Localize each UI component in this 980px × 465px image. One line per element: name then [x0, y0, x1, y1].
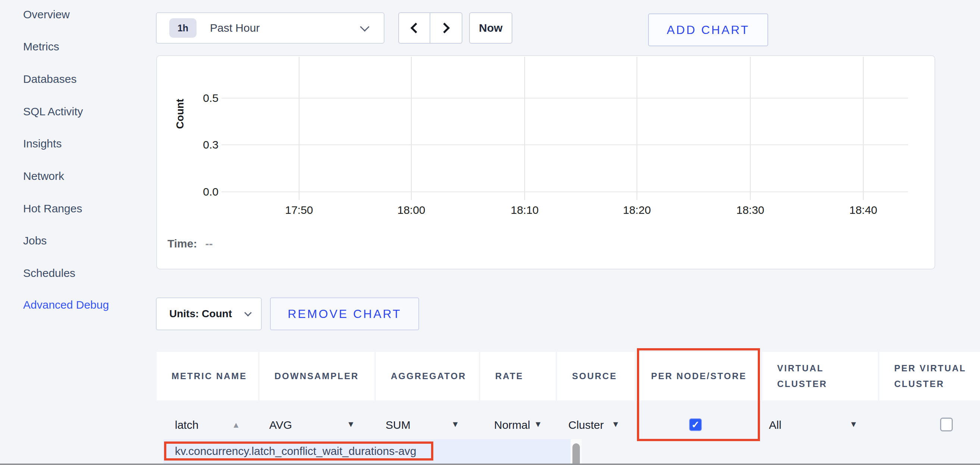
time-readout-value: --	[205, 237, 213, 250]
y-axis-tick: 0.0	[179, 184, 218, 200]
sidebar-item-overview[interactable]: Overview	[23, 6, 135, 23]
chevron-down-icon	[244, 309, 252, 316]
sidebar-item-jobs[interactable]: Jobs	[23, 232, 135, 249]
annotation-box-per-node-store	[637, 348, 760, 441]
sidebar-item-hot-ranges[interactable]: Hot Ranges	[23, 200, 135, 217]
time-readout-label: Time:	[167, 237, 197, 250]
header-source: SOURCE	[557, 352, 635, 400]
add-chart-button[interactable]: ADD CHART	[648, 13, 768, 46]
downsampler-select[interactable]: AVG	[269, 419, 292, 431]
metric-name-input[interactable]: latch	[175, 419, 198, 431]
gridline-vertical	[636, 57, 637, 200]
triangle-down-icon[interactable]: ▼	[347, 419, 355, 429]
sidebar-item-advanced-debug[interactable]: Advanced Debug	[23, 297, 135, 313]
triangle-down-icon[interactable]: ▼	[612, 419, 620, 429]
sidebar-item-sql-activity[interactable]: SQL Activity	[23, 103, 135, 120]
sidebar-item-metrics[interactable]: Metrics	[23, 38, 135, 55]
rate-select[interactable]: Normal	[494, 419, 530, 431]
header-rate: RATE	[480, 352, 556, 400]
chevron-left-icon	[410, 23, 421, 33]
time-readout: Time:--	[167, 237, 213, 250]
y-axis-tick: 0.3	[179, 137, 218, 153]
aggregator-select[interactable]: SUM	[386, 419, 410, 431]
header-per-virtual-cluster: PER VIRTUAL CLUSTER	[879, 352, 980, 400]
header-metric-name: METRIC NAME	[157, 352, 258, 400]
sidebar-item-network[interactable]: Network	[23, 168, 135, 184]
sidebar-item-insights[interactable]: Insights	[23, 136, 135, 152]
time-step-forward-button[interactable]	[430, 12, 462, 44]
per-virtual-cluster-checkbox[interactable]	[940, 418, 953, 431]
x-axis-tick: 17:50	[273, 204, 325, 216]
triangle-up-icon[interactable]: ▲	[232, 420, 240, 430]
gridline-vertical	[299, 57, 299, 200]
gridline-vertical	[750, 57, 751, 200]
sidebar-item-databases[interactable]: Databases	[23, 71, 135, 87]
custom-chart-card: 0.5 0.3 0.0 17:50 18:00 18:10 18:20 18:3…	[156, 55, 935, 270]
time-window-label: Past Hour	[210, 22, 259, 34]
header-aggregator: AGGREGATOR	[376, 352, 479, 400]
gridline-horizontal	[221, 98, 908, 99]
time-range-selector[interactable]: 1h Past Hour	[156, 12, 385, 44]
time-step-back-button[interactable]	[398, 12, 430, 44]
chevron-down-icon	[360, 22, 369, 31]
x-axis-tick: 18:00	[385, 204, 438, 216]
triangle-down-icon[interactable]: ▼	[850, 419, 858, 429]
x-axis-tick: 18:10	[499, 204, 551, 216]
gridline-horizontal	[221, 192, 908, 192]
x-axis-tick: 18:20	[611, 204, 663, 216]
y-axis-label: Count	[174, 99, 186, 129]
suggestion-scrollbar	[571, 439, 582, 465]
triangle-down-icon[interactable]: ▼	[534, 419, 542, 429]
triangle-down-icon[interactable]: ▼	[451, 419, 460, 429]
header-downsampler: DOWNSAMPLER	[259, 352, 374, 400]
time-window-badge: 1h	[169, 18, 197, 38]
suggestion-scrollbar-thumb[interactable]	[573, 443, 580, 465]
now-button[interactable]: Now	[469, 12, 512, 44]
x-axis-tick: 18:30	[724, 204, 776, 216]
screenshot-bottom-edge	[0, 463, 980, 465]
gridline-vertical	[411, 57, 412, 200]
gridline-horizontal	[221, 144, 908, 145]
virtual-cluster-select[interactable]: All	[769, 419, 781, 431]
gridline-vertical	[863, 57, 864, 200]
sidebar-item-schedules[interactable]: Schedules	[23, 265, 135, 281]
gridline-vertical	[524, 57, 525, 200]
remove-chart-button[interactable]: REMOVE CHART	[270, 297, 419, 330]
time-step-buttons	[398, 12, 462, 44]
chevron-right-icon	[439, 23, 450, 33]
advanced-debug-page: Overview Metrics Databases SQL Activity …	[0, 0, 980, 465]
x-axis-tick: 18:40	[837, 204, 889, 216]
units-dropdown[interactable]: Units: Count	[156, 297, 262, 330]
header-virtual-cluster: VIRTUAL CLUSTER	[762, 352, 878, 400]
units-dropdown-label: Units: Count	[169, 308, 232, 320]
source-select[interactable]: Cluster	[568, 419, 604, 431]
annotation-box-suggestion	[164, 441, 433, 460]
